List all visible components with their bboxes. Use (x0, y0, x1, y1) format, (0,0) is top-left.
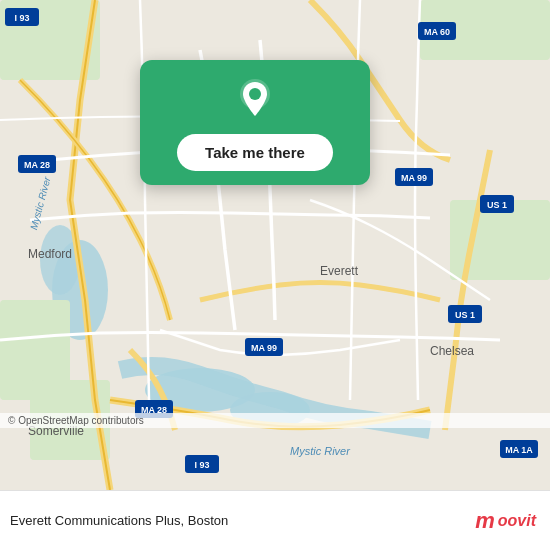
svg-text:MA 1A: MA 1A (505, 445, 533, 455)
svg-text:Chelsea: Chelsea (430, 344, 474, 358)
svg-text:MA 60: MA 60 (424, 27, 450, 37)
svg-text:US 1: US 1 (487, 200, 507, 210)
svg-text:Everett: Everett (320, 264, 359, 278)
moovit-logo: moovit (475, 508, 536, 534)
svg-text:I 93: I 93 (14, 13, 29, 23)
moovit-m-letter: m (475, 508, 494, 534)
moovit-word: oovit (498, 512, 536, 530)
copyright-bar: © OpenStreetMap contributors (0, 413, 550, 428)
svg-text:MA 99: MA 99 (401, 173, 427, 183)
svg-text:I 93: I 93 (194, 460, 209, 470)
bottom-bar: Everett Communications Plus, Boston moov… (0, 490, 550, 550)
svg-point-37 (249, 88, 261, 100)
pin-icon (233, 78, 277, 122)
svg-text:MA 99: MA 99 (251, 343, 277, 353)
map-container: I 93 MA 28 MA 60 US 1 MA 99 MA 28 I 93 M… (0, 0, 550, 490)
svg-text:Medford: Medford (28, 247, 72, 261)
svg-text:US 1: US 1 (455, 310, 475, 320)
popup-card: Take me there (140, 60, 370, 185)
svg-text:Mystic River: Mystic River (290, 445, 351, 457)
svg-text:MA 28: MA 28 (24, 160, 50, 170)
location-text: Everett Communications Plus, Boston (10, 513, 475, 528)
take-me-there-button[interactable]: Take me there (177, 134, 333, 171)
